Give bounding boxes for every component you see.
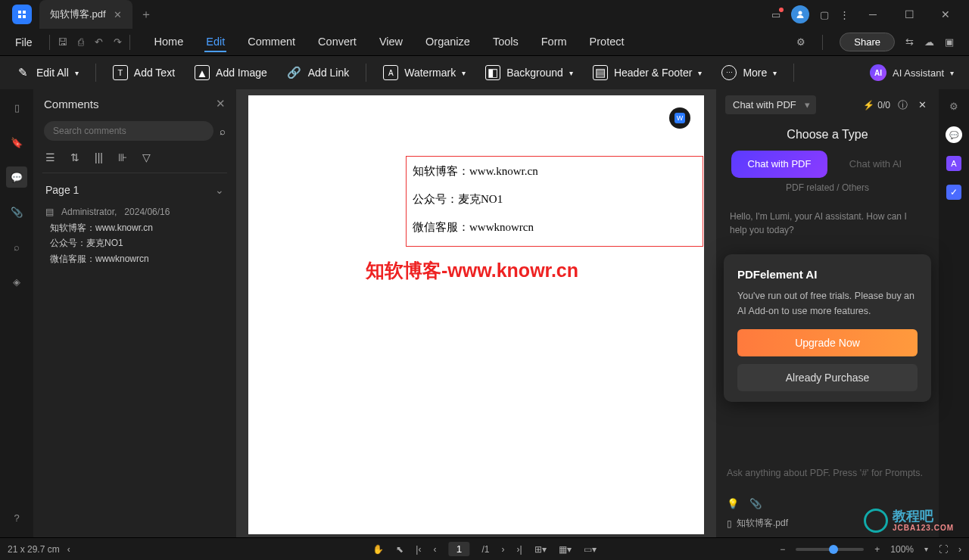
check-icon[interactable]: ✓	[945, 183, 963, 201]
chat-with-pdf-option[interactable]: Chat with PDF	[731, 151, 827, 178]
menu-home[interactable]: Home	[153, 33, 185, 52]
last-page-icon[interactable]: ›|	[517, 544, 522, 555]
columns-icon[interactable]: |||	[95, 151, 103, 163]
chat-with-ai-option[interactable]: Chat with AI	[827, 151, 924, 178]
layers-icon[interactable]: ◈	[6, 271, 27, 292]
attachments-icon[interactable]: 📎	[6, 201, 27, 222]
read-mode-icon[interactable]: ▭▾	[584, 544, 597, 555]
fit-width-icon[interactable]: ⊞▾	[534, 544, 547, 555]
collapse-left-icon[interactable]: ‹	[67, 544, 70, 555]
bookmarks-icon[interactable]: 🔖	[6, 132, 27, 153]
hand-tool-icon[interactable]: ✋	[372, 544, 384, 555]
search-icon[interactable]: ⌕	[220, 121, 226, 141]
ai-mode-selector[interactable]: Chat with PDF	[725, 95, 816, 114]
expand-icon[interactable]: ▣	[945, 36, 954, 48]
convert-badge[interactable]: W	[669, 107, 690, 129]
watermark-button[interactable]: A Watermark ▾	[375, 61, 473, 85]
document-viewport[interactable]: W 知软博客：www.knowr.cn 公众号：麦克NO1 微信客服：wwwkn…	[236, 89, 716, 537]
print-icon[interactable]: ⎙	[78, 36, 84, 48]
document-tab[interactable]: 知软博客.pdf ✕	[39, 0, 132, 29]
menu-convert[interactable]: Convert	[316, 33, 358, 52]
comment-item[interactable]: ▤ Administrator, 2024/06/16 知软博客：www.kno…	[33, 202, 236, 271]
filter-vert-icon[interactable]: ⇅	[70, 151, 79, 163]
ai-file-context[interactable]: ▯ 知软博客.pdf	[716, 512, 939, 537]
share-button[interactable]: Share	[840, 33, 895, 51]
lightbulb-icon[interactable]: ⚙	[796, 36, 805, 48]
svg-point-0	[799, 11, 802, 15]
kebab-menu-icon[interactable]: ⋮	[840, 9, 849, 20]
user-avatar[interactable]	[791, 5, 809, 23]
comment-search-input[interactable]	[44, 121, 213, 141]
add-text-button[interactable]: T Add Text	[105, 61, 182, 85]
undo-icon[interactable]: ↶	[95, 36, 103, 48]
prev-page-icon[interactable]: ‹	[433, 544, 436, 555]
collapse-right-icon[interactable]: ›	[958, 544, 961, 555]
page-dimensions: 21 x 29.7 cm	[8, 544, 60, 555]
zoom-out-icon[interactable]: −	[780, 544, 785, 555]
add-image-button[interactable]: ▲ Add Image	[187, 61, 275, 85]
funnel-icon[interactable]: ▽	[142, 151, 151, 163]
comments-tab-icon[interactable]: 💬	[6, 166, 27, 188]
chevron-down-icon: ▾	[950, 69, 954, 77]
sort-icon[interactable]: ☰	[45, 151, 55, 163]
cloud-icon[interactable]: ☁	[924, 36, 934, 48]
add-tab-button[interactable]: ＋	[140, 7, 152, 23]
minimize-button[interactable]: ─	[860, 8, 886, 20]
chevron-down-icon: ▾	[569, 69, 573, 77]
menu-form[interactable]: Form	[540, 33, 569, 52]
present-icon[interactable]: ▭	[771, 9, 780, 20]
tab-close-icon[interactable]: ✕	[114, 9, 122, 20]
more-button[interactable]: ⋯ More ▾	[714, 61, 784, 85]
zoom-slider[interactable]	[796, 548, 864, 551]
ai-input[interactable]: Ask anything about PDF. Press '#' for Pr…	[727, 462, 928, 484]
zoom-in-icon[interactable]: +	[874, 544, 880, 555]
panel-close-icon[interactable]: ✕	[216, 97, 226, 110]
zoom-dropdown-icon[interactable]: ▾	[924, 545, 928, 553]
header-footer-button[interactable]: ▤ Header & Footer ▾	[585, 61, 710, 85]
message-icon[interactable]: ▢	[820, 9, 829, 20]
redo-icon[interactable]: ↷	[114, 36, 122, 48]
close-window-button[interactable]: ✕	[933, 8, 958, 20]
save-icon[interactable]: 🖫	[58, 36, 67, 48]
share-link-icon[interactable]: ⇆	[905, 36, 914, 48]
menu-organize[interactable]: Organize	[424, 33, 472, 52]
maximize-button[interactable]: ☐	[896, 8, 922, 20]
already-purchase-button[interactable]: Already Purchase	[737, 364, 918, 391]
edit-all-button[interactable]: ✎ Edit All ▾	[8, 61, 86, 85]
ai-help-icon[interactable]: ⓘ	[898, 98, 908, 112]
attach-icon[interactable]: 📎	[749, 498, 762, 509]
comment-type-icon: ▤	[45, 207, 54, 217]
file-menu[interactable]: File	[6, 32, 42, 53]
help-icon[interactable]: ?	[6, 507, 27, 528]
menu-comment[interactable]: Comment	[246, 33, 297, 52]
menu-view[interactable]: View	[378, 33, 404, 52]
ai-token-counter: ⚡ 0/0	[863, 100, 890, 110]
menu-tools[interactable]: Tools	[491, 33, 520, 52]
pdf-page[interactable]: W 知软博客：www.knowr.cn 公众号：麦克NO1 微信客服：wwwkn…	[248, 95, 704, 534]
chevron-down-icon: ▾	[698, 69, 702, 77]
first-page-icon[interactable]: |‹	[416, 544, 421, 555]
next-page-icon[interactable]: ›	[502, 544, 505, 555]
chat-bubble-icon[interactable]: 💬	[945, 126, 963, 144]
search-icon[interactable]: ⌕	[6, 236, 27, 257]
view-mode-icon[interactable]: ▦▾	[559, 544, 572, 555]
fullscreen-icon[interactable]: ⛶	[939, 544, 948, 555]
ai-panel-close-icon[interactable]: ✕	[915, 99, 930, 110]
page-section-header[interactable]: Page 1 ⌄	[33, 173, 236, 202]
adjust-icon[interactable]: ⊪	[118, 151, 127, 163]
page-number-input[interactable]	[448, 542, 469, 556]
upgrade-button[interactable]: Upgrade Now	[737, 329, 918, 356]
menu-protect[interactable]: Protect	[588, 33, 626, 52]
thumbnails-icon[interactable]: ▯	[6, 97, 27, 118]
chevron-down-icon: ▾	[75, 69, 79, 77]
background-icon: ◧	[485, 65, 500, 80]
menu-edit[interactable]: Edit	[204, 33, 226, 52]
select-tool-icon[interactable]: ⬉	[396, 544, 403, 555]
add-link-button[interactable]: 🔗 Add Link	[279, 61, 357, 85]
background-button[interactable]: ◧ Background ▾	[478, 61, 581, 85]
annotation-box[interactable]: 知软博客：www.knowr.cn 公众号：麦克NO1 微信客服：wwwknow…	[406, 156, 703, 247]
translate-icon[interactable]: A	[945, 154, 963, 173]
ai-assistant-button[interactable]: AI AI Assistant ▾	[862, 60, 961, 86]
idea-icon[interactable]: 💡	[727, 498, 739, 509]
settings-slider-icon[interactable]: ⚙	[945, 97, 963, 115]
